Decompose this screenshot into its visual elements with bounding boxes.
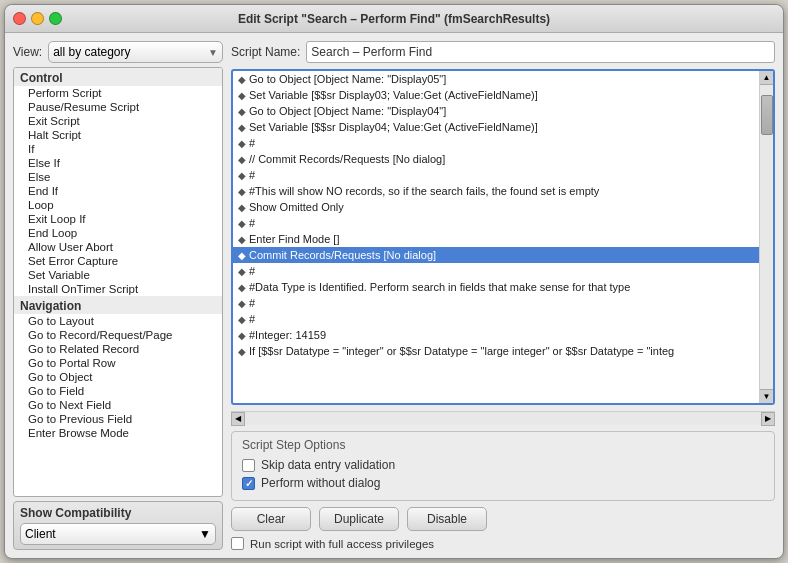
view-label: View: [13,45,42,59]
script-line-bullet: ◆ [235,170,249,181]
options-panel: Script Step Options Skip data entry vali… [231,431,775,501]
script-line[interactable]: ◆Go to Object [Object Name: "Display05"] [233,71,759,87]
list-item[interactable]: Else [14,170,222,184]
script-line-bullet: ◆ [235,186,249,197]
script-line[interactable]: ◆# [233,263,759,279]
script-line[interactable]: ◆Show Omitted Only [233,199,759,215]
list-item[interactable]: End If [14,184,222,198]
script-line[interactable]: ◆#This will show NO records, so if the s… [233,183,759,199]
script-name-row: Script Name: [231,41,775,63]
run-script-checkbox[interactable] [231,537,244,550]
script-list[interactable]: Control Perform Script Pause/Resume Scri… [13,67,223,497]
script-line[interactable]: ◆# [233,295,759,311]
window-title: Edit Script "Search – Perform Find" (fmS… [238,12,550,26]
view-select-value: all by category [53,45,130,59]
script-line-bullet: ◆ [235,74,249,85]
list-item[interactable]: Halt Script [14,128,222,142]
horizontal-scrollbar[interactable]: ◀ ▶ [231,411,775,425]
list-item[interactable]: Enter Browse Mode [14,426,222,440]
list-item[interactable]: Go to Layout [14,314,222,328]
script-line-text: # [249,297,757,309]
section-header-navigation: Navigation [14,296,222,314]
maximize-button[interactable] [49,12,62,25]
skip-validation-checkbox[interactable] [242,459,255,472]
script-line-bullet: ◆ [235,122,249,133]
script-line-text: # [249,217,757,229]
list-item[interactable]: Go to Field [14,384,222,398]
list-item[interactable]: Go to Portal Row [14,356,222,370]
script-line[interactable]: ◆Set Variable [$$sr Display03; Value:Get… [233,87,759,103]
script-line[interactable]: ◆// Commit Records/Requests [No dialog] [233,151,759,167]
compat-select[interactable]: Client ▼ [20,523,216,545]
script-line-bullet: ◆ [235,314,249,325]
list-item[interactable]: Loop [14,198,222,212]
script-line-text: # [249,313,757,325]
list-item[interactable]: If [14,142,222,156]
script-line-bullet: ◆ [235,346,249,357]
list-item[interactable]: Go to Related Record [14,342,222,356]
h-scroll-right-button[interactable]: ▶ [761,412,775,426]
list-item[interactable]: Exit Script [14,114,222,128]
list-item[interactable]: Allow User Abort [14,240,222,254]
view-row: View: all by category ▼ [13,41,223,63]
script-line-text: Set Variable [$$sr Display04; Value:Get … [249,121,757,133]
list-item[interactable]: Go to Previous Field [14,412,222,426]
list-item[interactable]: Else If [14,156,222,170]
list-item[interactable]: Pause/Resume Script [14,100,222,114]
script-line-bullet: ◆ [235,106,249,117]
options-title: Script Step Options [242,438,764,452]
script-line[interactable]: ◆Set Variable [$$sr Display04; Value:Get… [233,119,759,135]
list-item[interactable]: Go to Next Field [14,398,222,412]
duplicate-button[interactable]: Duplicate [319,507,399,531]
h-scroll-left-button[interactable]: ◀ [231,412,245,426]
script-line[interactable]: ◆Commit Records/Requests [No dialog] [233,247,759,263]
script-line[interactable]: ◆Go to Object [Object Name: "Display04"] [233,103,759,119]
script-line[interactable]: ◆# [233,167,759,183]
script-line[interactable]: ◆#Integer: 14159 [233,327,759,343]
list-item[interactable]: Set Error Capture [14,254,222,268]
clear-button[interactable]: Clear [231,507,311,531]
script-line-text: If [$$sr Datatype = "integer" or $$sr Da… [249,345,757,357]
minimize-button[interactable] [31,12,44,25]
script-name-input[interactable] [306,41,775,63]
list-item[interactable]: Exit Loop If [14,212,222,226]
close-button[interactable] [13,12,26,25]
script-line-bullet: ◆ [235,202,249,213]
script-line[interactable]: ◆# [233,135,759,151]
script-editor[interactable]: ◆Go to Object [Object Name: "Display05"]… [231,69,775,405]
perform-without-dialog-row: Perform without dialog [242,476,764,490]
editor-scrollbar[interactable]: ▲ ▼ [759,71,773,403]
script-line[interactable]: ◆# [233,311,759,327]
list-item[interactable]: Perform Script [14,86,222,100]
script-line[interactable]: ◆#Data Type is Identified. Perform searc… [233,279,759,295]
list-item[interactable]: Go to Record/Request/Page [14,328,222,342]
perform-without-dialog-checkbox[interactable] [242,477,255,490]
script-line[interactable]: ◆# [233,215,759,231]
show-compat-label: Show Compatibility [20,506,216,520]
script-line-bullet: ◆ [235,90,249,101]
script-line-text: Set Variable [$$sr Display03; Value:Get … [249,89,757,101]
disable-button[interactable]: Disable [407,507,487,531]
script-line-text: #Data Type is Identified. Perform search… [249,281,757,293]
script-line-text: Show Omitted Only [249,201,757,213]
script-line-bullet: ◆ [235,218,249,229]
list-item[interactable]: Install OnTimer Script [14,282,222,296]
script-line[interactable]: ◆If [$$sr Datatype = "integer" or $$sr D… [233,343,759,359]
script-editor-content[interactable]: ◆Go to Object [Object Name: "Display05"]… [233,71,759,403]
script-line[interactable]: ◆Enter Find Mode [] [233,231,759,247]
script-line-text: # [249,169,757,181]
skip-validation-row: Skip data entry validation [242,458,764,472]
list-item[interactable]: End Loop [14,226,222,240]
list-item[interactable]: Set Variable [14,268,222,282]
scrollbar-track[interactable] [760,85,773,389]
scroll-up-button[interactable]: ▲ [760,71,773,85]
script-line-bullet: ◆ [235,330,249,341]
view-select[interactable]: all by category ▼ [48,41,223,63]
bottom-buttons: Clear Duplicate Disable [231,507,775,531]
script-line-bullet: ◆ [235,250,249,261]
compat-select-value: Client [25,527,56,541]
scrollbar-thumb[interactable] [761,95,773,135]
list-item[interactable]: Go to Object [14,370,222,384]
scroll-down-button[interactable]: ▼ [760,389,773,403]
script-line-text: # [249,265,757,277]
